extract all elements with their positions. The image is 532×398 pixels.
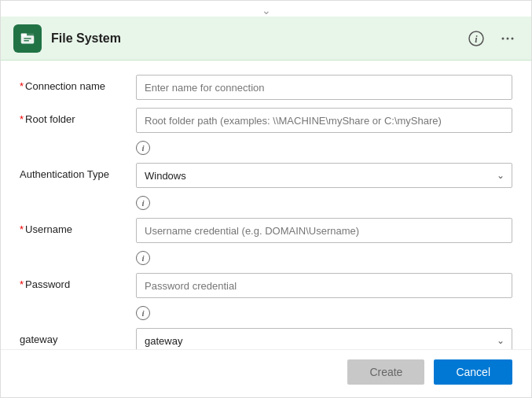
connection-name-input[interactable] (136, 75, 512, 100)
password-label: *Password (20, 273, 136, 292)
more-dots-icon (500, 31, 515, 46)
password-input[interactable] (136, 273, 512, 298)
svg-point-7 (502, 37, 504, 39)
auth-type-select-wrapper: Windows Basic Anonymous ⌄ (136, 163, 512, 188)
modal-header: File System i (1, 17, 531, 61)
auth-type-info-row: i (20, 196, 512, 210)
password-row: *Password (20, 273, 512, 298)
password-info-row: i (20, 306, 512, 320)
username-label: *Username (20, 218, 136, 237)
root-folder-label: *Root folder (20, 108, 136, 127)
auth-type-row: Authentication Type Windows Basic Anonym… (20, 163, 512, 188)
auth-type-select[interactable]: Windows Basic Anonymous (136, 163, 512, 188)
username-row: *Username (20, 218, 512, 243)
root-folder-input[interactable] (136, 108, 512, 133)
gateway-select-wrapper: gateway ⌄ (136, 328, 512, 349)
required-star-3: * (20, 223, 24, 235)
root-folder-info-row: i (20, 141, 512, 155)
gateway-select[interactable]: gateway (136, 328, 512, 349)
info-button[interactable]: i (465, 28, 487, 50)
app-icon (13, 24, 42, 53)
file-system-svg-icon (19, 30, 36, 47)
username-info-icon[interactable]: i (136, 251, 150, 265)
svg-rect-1 (21, 35, 35, 43)
create-button[interactable]: Create (347, 359, 424, 385)
gateway-row: gateway gateway ⌄ (20, 328, 512, 349)
svg-point-9 (512, 37, 514, 39)
more-options-button[interactable] (497, 28, 519, 50)
svg-point-8 (507, 37, 509, 39)
required-star: * (20, 80, 24, 92)
auth-type-label: Authentication Type (20, 163, 136, 182)
password-info-icon[interactable]: i (136, 306, 150, 320)
connection-name-label: *Connection name (20, 75, 136, 94)
header-actions: i (465, 28, 519, 50)
auth-type-info-icon[interactable]: i (136, 196, 150, 210)
modal-title: File System (51, 31, 465, 46)
modal-body: *Connection name *Root folder i Authenti… (1, 61, 531, 349)
modal-container: ⌄ File System i (0, 0, 532, 398)
svg-rect-2 (21, 33, 27, 36)
chevron-up-icon: ⌄ (262, 4, 271, 17)
svg-text:i: i (475, 34, 478, 45)
cancel-button[interactable]: Cancel (434, 359, 512, 385)
required-star-4: * (20, 278, 24, 290)
username-input[interactable] (136, 218, 512, 243)
username-info-row: i (20, 251, 512, 265)
modal-footer: Create Cancel (1, 349, 531, 397)
top-chevron-indicator: ⌄ (1, 1, 531, 17)
root-folder-info-icon[interactable]: i (136, 141, 150, 155)
root-folder-row: *Root folder (20, 108, 512, 133)
connection-name-row: *Connection name (20, 75, 512, 100)
info-circle-icon: i (468, 31, 484, 46)
gateway-label: gateway (20, 328, 136, 347)
required-star-2: * (20, 113, 24, 125)
